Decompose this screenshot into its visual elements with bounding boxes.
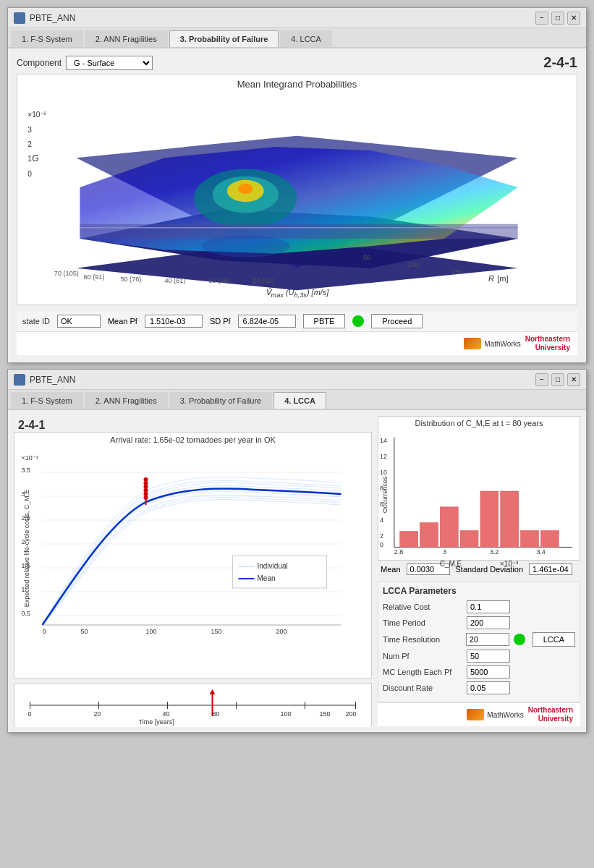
lcca-run-button[interactable]: LCCA [533,632,575,647]
component-select[interactable]: G - Surface [66,56,153,70]
param-label-2: Time Resolution [383,635,462,644]
svg-text:4: 4 [380,516,383,524]
lcca-main-chart: Arrival rate: 1.65e-02 tornadoes per yea… [14,432,372,678]
svg-text:2: 2 [27,140,32,148]
param-row-3: Num Pf [383,650,575,663]
param-input-3[interactable] [467,650,510,663]
svg-text:150: 150 [451,268,462,276]
mean-pf-value: 1.510e-03 [145,315,203,328]
window2-title: PBTE_ANN [30,375,75,385]
svg-rect-98 [501,491,519,547]
badge-241-w2: 2-4-1 [14,416,372,432]
win2-content: 2-4-1 Arrival rate: 1.65e-02 tornadoes p… [8,410,586,732]
svg-rect-96 [460,531,478,548]
param-input-2[interactable] [466,633,509,646]
tab2-ann[interactable]: 2. ANN Fragilities [85,392,168,409]
close-btn1[interactable]: ✕ [567,12,580,25]
svg-text:80: 80 [213,710,220,718]
mathworks-label2: MathWorks [487,711,523,719]
dist-title: Distribution of C_M,E at t = 80 years [378,417,580,430]
svg-rect-94 [420,523,438,548]
param-label-0: Relative Cost [383,603,462,611]
lcca-status-dot [514,634,525,645]
nu-logo2: NortheasternUniversity [528,706,573,723]
param-input-discount[interactable] [467,681,510,694]
svg-marker-15 [80,224,517,239]
svg-text:1: 1 [27,155,32,163]
param-label-4: MC Length Each Pf [383,668,462,676]
lcca-chart-title: Arrival rate: 1.65e-02 tornadoes per yea… [14,433,371,447]
restore-btn1[interactable]: □ [551,12,564,25]
component-label: Component [17,58,61,68]
titlebar1-title: PBTE_ANN [14,12,75,24]
tab1-ann[interactable]: 2. ANN Fragilities [85,30,168,47]
svg-text:10: 10 [380,469,387,476]
svg-text:Occurrences: Occurrences [381,476,389,513]
svg-rect-29 [16,447,370,639]
svg-text:50: 50 [363,254,370,261]
svg-text:60 (91): 60 (91) [84,273,105,281]
param-label-discount: Discount Rate [383,684,462,692]
dist-chart: Distribution of C_M,E at t = 80 years 14… [378,416,580,561]
param-input-0[interactable] [467,600,510,613]
state-row: state ID Mean Pf 1.510e-03 SD Pf 6.824e-… [17,311,577,331]
pbte-button[interactable]: PBTE [303,314,346,328]
svg-text:R: R [488,274,494,283]
svg-text:3.2: 3.2 [490,548,498,556]
param-row-5: Discount Rate [383,681,575,694]
tab2-fs[interactable]: 1. F-S System [11,392,83,409]
svg-text:2.8: 2.8 [394,548,403,556]
close-btn2[interactable]: ✕ [567,373,580,386]
minimize-btn1[interactable]: − [535,12,548,25]
mean-pf-label: Mean Pf [108,317,137,326]
svg-text:100: 100 [407,261,418,268]
svg-rect-93 [400,532,418,548]
proceed-button[interactable]: Proceed [371,314,423,328]
lcca-params: LCCA Parameters Relative Cost Time Perio… [378,581,580,702]
window1: PBTE_ANN − □ ✕ 1. F-S System 2. ANN Frag… [7,7,587,363]
titlebar1: PBTE_ANN − □ ✕ [8,8,586,28]
svg-text:×10⁻³: ×10⁻³ [22,454,38,461]
svg-rect-100 [540,531,559,548]
svg-text:200: 200 [346,710,357,718]
minimize-btn2[interactable]: − [535,373,548,386]
svg-rect-95 [440,507,458,548]
titlebar2-title: PBTE_ANN [14,374,75,386]
win1-top-row: Component G - Surface 2-4-1 [17,54,577,71]
svg-text:0.5: 0.5 [22,610,31,617]
svg-text:0: 0 [43,628,46,635]
svg-text:30 (46): 30 (46) [208,277,229,284]
sd-pf-value: 6.824e-05 [238,315,296,328]
mathworks-label1: MathWorks [484,340,520,348]
svg-text:Mean: Mean [258,574,276,582]
tabs2: 1. F-S System 2. ANN Fragilities 3. Prob… [8,390,586,410]
app-icon1 [14,12,25,24]
param-input-1[interactable] [467,616,510,629]
svg-text:3: 3 [443,548,446,556]
param-row-2: Time Resolution LCCA [383,632,575,647]
tab1-pof[interactable]: 3. Probability of Failure [169,30,279,47]
tab1-fs[interactable]: 1. F-S System [11,30,83,47]
restore-btn2[interactable]: □ [551,373,564,386]
window2: PBTE_ANN − □ ✕ 1. F-S System 2. ANN Frag… [7,369,587,733]
win2-left: 2-4-1 Arrival rate: 1.65e-02 tornadoes p… [14,416,372,726]
svg-point-17 [201,235,289,258]
svg-text:×10⁻⁵: ×10⁻⁵ [27,111,46,119]
param-input-4[interactable] [467,665,510,678]
param-row-0: Relative Cost [383,600,575,613]
svg-text:G: G [32,153,38,163]
param-row-1: Time Period [383,616,575,629]
svg-text:50: 50 [81,628,88,635]
tab1-lcca[interactable]: 4. LCCA [280,30,332,47]
tab2-pof[interactable]: 3. Probability of Failure [169,392,273,409]
titlebar2: PBTE_ANN − □ ✕ [8,370,586,390]
dist-svg: 14 12 10 8 6 4 2 0 [378,430,580,556]
footer2: MathWorks NortheasternUniversity [378,702,580,726]
tab2-lcca[interactable]: 4. LCCA [273,392,326,409]
svg-text:3.5: 3.5 [22,467,31,474]
state-id-input[interactable] [57,315,101,328]
win1-content: Component G - Surface 2-4-1 Mean Integra… [8,48,586,362]
param-label-1: Time Period [383,618,462,627]
svg-text:100: 100 [281,710,292,718]
svg-rect-59 [233,556,327,588]
